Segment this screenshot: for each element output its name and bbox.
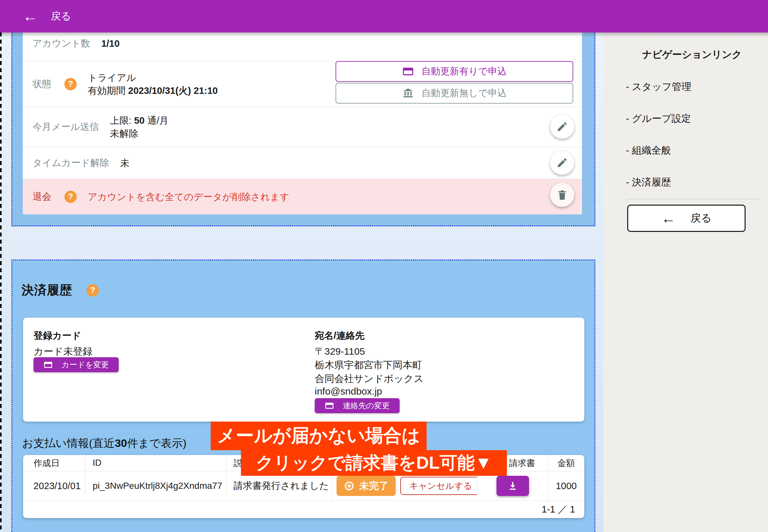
sidebar-item-payment-history[interactable]: - 決済履歴 — [626, 176, 691, 208]
trash-icon — [556, 189, 568, 201]
plan-name: トライアル — [88, 71, 218, 84]
edit-timecard-button[interactable] — [550, 151, 574, 175]
account-count-label: アカウント数 — [32, 37, 90, 50]
payment-info-title-suffix: 件まで表示) — [127, 437, 186, 449]
header-back-label: 戻る — [51, 9, 71, 23]
mail-limit-prefix: 上限: — [110, 115, 131, 126]
payment-table-footer: 1-1 ／ 1 — [23, 500, 584, 518]
credit-card-icon — [402, 65, 414, 78]
cell-id: pi_3NwPeuKtrlj8Xj4g2Xndma77 — [85, 471, 226, 500]
page: ← 戻る アカウント数 1/10 状態 ? トライアル 有効期間 2023 — [0, 0, 768, 532]
contact-email: info@sndbox.jp — [315, 386, 382, 397]
payment-info-title: お支払い情報(直近30件まで表示) — [22, 436, 186, 451]
apply-auto-renew-on-label: 自動更新有りで申込 — [421, 65, 506, 78]
timecard-value: 未 — [120, 157, 129, 170]
sidebar-back-button[interactable]: ← 戻る — [627, 205, 746, 232]
pagination: 1-1 ／ 1 — [542, 503, 575, 516]
mail-quota-label: 今月メール送信 — [32, 120, 99, 133]
change-contact-label: 連絡先の変更 — [343, 400, 390, 411]
sidebar-item-organization[interactable]: - 組織全般 — [626, 144, 691, 176]
payment-info-title-prefix: お支払い情報(直近 — [22, 437, 115, 449]
col-amount: 金額 — [548, 455, 584, 471]
annotation-line1: メールが届かない場合は — [211, 422, 427, 450]
header-shadow — [0, 32, 768, 37]
payment-history-title: 決済履歴 — [21, 282, 72, 298]
download-icon — [507, 480, 518, 492]
billing-contact-card: 登録カード カード未登録 カードを変更 宛名/連絡先 〒329-1105 栃木県… — [23, 318, 584, 422]
change-card-button[interactable]: カードを変更 — [33, 357, 119, 372]
col-created: 作成日 — [23, 455, 85, 471]
record-dot-icon — [344, 480, 355, 491]
sidebar-item-group-settings[interactable]: - グループ設定 — [626, 112, 691, 144]
left-edge-dashes — [0, 32, 2, 532]
timecard-row: タイムカード解除 未 — [23, 147, 582, 179]
status-incomplete-label: 未完了 — [359, 479, 389, 493]
credit-card-icon — [325, 401, 334, 411]
registered-card-title: 登録カード — [33, 329, 81, 342]
cancel-payment-button[interactable]: キャンセルする — [400, 477, 477, 495]
status-incomplete-badge: 未完了 — [337, 476, 396, 496]
pencil-icon — [556, 121, 568, 133]
mail-quota-row: 今月メール送信 上限: 50 通/月 未解除 — [23, 107, 582, 147]
payment-info-title-count: 30 — [115, 437, 127, 449]
cell-created: 2023/10/01 — [23, 471, 85, 500]
account-count-value: 1/10 — [101, 37, 119, 50]
apply-auto-renew-off-label: 自動更新無しで申込 — [421, 87, 506, 100]
payment-help-icon[interactable]: ? — [86, 284, 99, 297]
withdraw-row: 退会 ? アカウントを含む全てのデータが削除されます — [23, 179, 582, 214]
header-back-button[interactable]: ← 戻る — [23, 9, 71, 24]
status-label: 状態 — [32, 78, 51, 91]
registered-card-status: カード未登録 — [33, 345, 92, 358]
app-header: ← 戻る — [0, 0, 768, 32]
timecard-label: タイムカード解除 — [32, 157, 109, 170]
apply-auto-renew-off-button[interactable]: 自動更新無しで申込 — [336, 83, 573, 104]
withdraw-warning: アカウントを含む全てのデータが削除されます — [88, 190, 289, 203]
annotation-line2: クリックで請求書をDL可能▼ — [241, 450, 507, 476]
mail-unlock-status: 未解除 — [110, 127, 169, 140]
sidebar-title: ナビゲーションリンク — [642, 48, 742, 61]
col-id: ID — [85, 455, 226, 471]
credit-card-icon — [43, 360, 53, 370]
sidebar-divider — [626, 199, 761, 199]
sidebar-back-label: 戻る — [691, 211, 712, 225]
contact-company: 合同会社サンドボックス — [315, 372, 424, 386]
pencil-icon — [556, 157, 568, 169]
navigation-sidebar: ナビゲーションリンク - スタッフ管理 - グループ設定 - 組織全般 - 決済… — [604, 32, 768, 532]
withdraw-delete-button[interactable] — [550, 183, 574, 207]
mail-limit-value: 50 — [134, 115, 144, 126]
contact-address: 栃木県宇都宮市下岡本町 — [315, 359, 422, 372]
cell-amount: 1000 — [548, 471, 584, 500]
download-invoice-button[interactable] — [496, 476, 529, 496]
sidebar-items: - スタッフ管理 - グループ設定 - 組織全般 - 決済履歴 — [626, 80, 691, 208]
mail-limit-suffix: 通/月 — [147, 115, 169, 126]
withdraw-label: 退会 — [32, 190, 51, 203]
change-card-label: カードを変更 — [61, 360, 109, 370]
contact-postal-code: 〒329-1105 — [315, 345, 365, 358]
payment-history-panel: 決済履歴 ? 登録カード カード未登録 カードを変更 宛名/連絡先 〒329-1… — [11, 260, 595, 532]
back-arrow-icon: ← — [661, 211, 676, 225]
withdraw-help-icon[interactable]: ? — [64, 191, 77, 203]
sidebar-item-staff-management[interactable]: - スタッフ管理 — [626, 80, 691, 112]
valid-period-value: 2023/10/31(火) 21:10 — [128, 85, 218, 96]
back-arrow-icon: ← — [23, 9, 38, 24]
apply-auto-renew-on-button[interactable]: 自動更新有りで申込 — [336, 61, 573, 82]
change-contact-button[interactable]: 連絡先の変更 — [315, 398, 400, 413]
apply-buttons: 自動更新有りで申込 自動更新無しで申込 — [336, 61, 573, 104]
edit-mail-quota-button[interactable] — [550, 115, 574, 139]
account-settings-card: アカウント数 1/10 状態 ? トライアル 有効期間 2023/10/31(火… — [23, 32, 582, 214]
valid-period-label: 有効期間 — [88, 85, 125, 96]
account-settings-panel: アカウント数 1/10 状態 ? トライアル 有効期間 2023/10/31(火… — [11, 32, 595, 226]
bank-icon — [402, 87, 414, 99]
contact-title: 宛名/連絡先 — [315, 329, 365, 342]
status-help-icon[interactable]: ? — [64, 78, 77, 90]
